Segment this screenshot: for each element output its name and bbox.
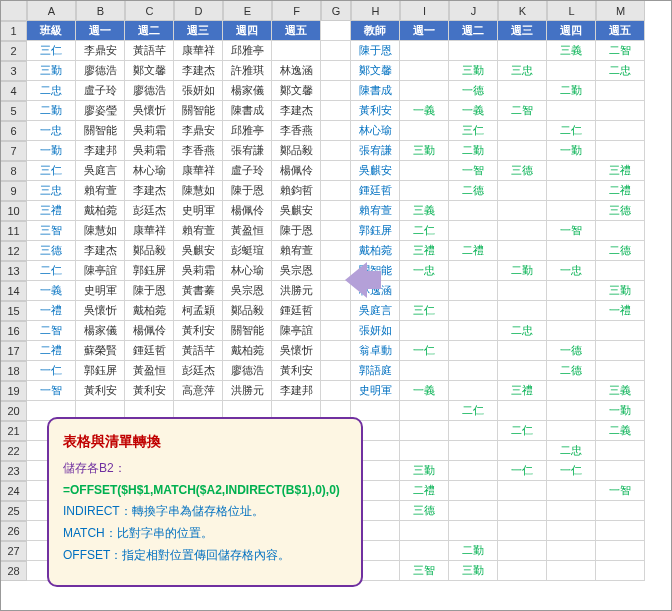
gap-15[interactable] [321, 301, 351, 321]
left-cell-r11-c4[interactable]: 黃盈恒 [223, 221, 272, 241]
right-cell-r2-c3[interactable] [498, 41, 547, 61]
left-cell-r3-c5[interactable]: 林逸涵 [272, 61, 321, 81]
left-cell-r11-c2[interactable]: 康華祥 [125, 221, 174, 241]
gap-7[interactable] [321, 141, 351, 161]
right-cell-r8-c2[interactable]: 一智 [449, 161, 498, 181]
right-cell-r7-c4[interactable]: 一勤 [547, 141, 596, 161]
left-cell-r5-c4[interactable]: 陳書成 [223, 101, 272, 121]
right-cell-r10-c1[interactable]: 三義 [400, 201, 449, 221]
right-cell-r15-c3[interactable] [498, 301, 547, 321]
right-cell-r28-c3[interactable] [498, 561, 547, 581]
left-cell-r19-c4[interactable]: 洪勝元 [223, 381, 272, 401]
left-cell-r5-c3[interactable]: 關智能 [174, 101, 223, 121]
right-cell-r22-c4[interactable]: 二忠 [547, 441, 596, 461]
right-cell-r12-c4[interactable] [547, 241, 596, 261]
left-cell-r2-c2[interactable]: 黃語芊 [125, 41, 174, 61]
right-cell-r14-c2[interactable] [449, 281, 498, 301]
right-cell-r2-c5[interactable]: 二智 [596, 41, 645, 61]
left-cell-r8-c5[interactable]: 楊佩伶 [272, 161, 321, 181]
right-cell-r22-c3[interactable] [498, 441, 547, 461]
col-header-J[interactable]: J [449, 1, 498, 21]
right-cell-r27-c2[interactable]: 二勤 [449, 541, 498, 561]
right-cell-r6-c1[interactable] [400, 121, 449, 141]
left-cell-r18-c2[interactable]: 黃盈恒 [125, 361, 174, 381]
right-header-2[interactable]: 週二 [449, 21, 498, 41]
right-cell-r15-c4[interactable] [547, 301, 596, 321]
left-cell-r12-c5[interactable]: 賴宥萱 [272, 241, 321, 261]
right-cell-r4-c4[interactable]: 二勤 [547, 81, 596, 101]
left-cell-r4-c0[interactable]: 二忠 [27, 81, 76, 101]
left-cell-r7-c3[interactable]: 李香燕 [174, 141, 223, 161]
left-cell-r2-c1[interactable]: 李鼎安 [76, 41, 125, 61]
left-cell-r16-c2[interactable]: 楊佩伶 [125, 321, 174, 341]
row-header-25[interactable]: 25 [1, 501, 27, 521]
right-cell-r5-c5[interactable] [596, 101, 645, 121]
right-cell-r4-c5[interactable] [596, 81, 645, 101]
left-cell-r17-c0[interactable]: 二禮 [27, 341, 76, 361]
right-cell-r17-c3[interactable] [498, 341, 547, 361]
gap-11[interactable] [321, 221, 351, 241]
right-cell-r25-c4[interactable] [547, 501, 596, 521]
right-cell-r24-c3[interactable] [498, 481, 547, 501]
gap-17[interactable] [321, 341, 351, 361]
row-header-22[interactable]: 22 [1, 441, 27, 461]
col-header-H[interactable]: H [351, 1, 400, 21]
left-cell-r17-c1[interactable]: 蘇榮賢 [76, 341, 125, 361]
right-cell-r25-c3[interactable] [498, 501, 547, 521]
right-cell-r15-c2[interactable] [449, 301, 498, 321]
right-cell-r5-c4[interactable] [547, 101, 596, 121]
right-cell-r28-c5[interactable] [596, 561, 645, 581]
row-header-6[interactable]: 6 [1, 121, 27, 141]
right-header-1[interactable]: 週一 [400, 21, 449, 41]
right-cell-r6-c2[interactable]: 三仁 [449, 121, 498, 141]
row-header-2[interactable]: 2 [1, 41, 27, 61]
right-cell-r23-c3[interactable]: 一仁 [498, 461, 547, 481]
right-cell-r3-c5[interactable]: 二忠 [596, 61, 645, 81]
row-header-3[interactable]: 3 [1, 61, 27, 81]
right-cell-r3-c1[interactable] [400, 61, 449, 81]
left-cell-r12-c3[interactable]: 吳麒安 [174, 241, 223, 261]
row-header-5[interactable]: 5 [1, 101, 27, 121]
col-header-M[interactable]: M [596, 1, 645, 21]
right-cell-r25-c1[interactable]: 三德 [400, 501, 449, 521]
right-cell-r8-c0[interactable]: 吳麒安 [351, 161, 400, 181]
left-cell-r4-c4[interactable]: 楊家儀 [223, 81, 272, 101]
right-cell-r21-c4[interactable] [547, 421, 596, 441]
right-header-4[interactable]: 週四 [547, 21, 596, 41]
left-cell-r13-c4[interactable]: 林心瑜 [223, 261, 272, 281]
right-cell-r6-c0[interactable]: 林心瑜 [351, 121, 400, 141]
row-header-21[interactable]: 21 [1, 421, 27, 441]
left-cell-r10-c5[interactable]: 吳麒安 [272, 201, 321, 221]
right-header-5[interactable]: 週五 [596, 21, 645, 41]
left-cell-r9-c2[interactable]: 李建杰 [125, 181, 174, 201]
right-cell-r13-c5[interactable] [596, 261, 645, 281]
right-cell-r9-c1[interactable] [400, 181, 449, 201]
left-cell-r17-c2[interactable]: 鍾廷哲 [125, 341, 174, 361]
right-cell-r14-c3[interactable] [498, 281, 547, 301]
right-cell-r6-c5[interactable] [596, 121, 645, 141]
right-cell-r17-c4[interactable]: 一德 [547, 341, 596, 361]
right-header-3[interactable]: 週三 [498, 21, 547, 41]
right-cell-r2-c0[interactable]: 陳于恩 [351, 41, 400, 61]
right-cell-r20-c1[interactable] [400, 401, 449, 421]
row-header-24[interactable]: 24 [1, 481, 27, 501]
right-cell-r23-c4[interactable]: 一仁 [547, 461, 596, 481]
left-cell-r4-c2[interactable]: 廖德浩 [125, 81, 174, 101]
right-cell-r9-c2[interactable]: 二德 [449, 181, 498, 201]
right-cell-r16-c4[interactable] [547, 321, 596, 341]
right-cell-r4-c1[interactable] [400, 81, 449, 101]
left-cell-r14-c2[interactable]: 陳于恩 [125, 281, 174, 301]
right-cell-r6-c3[interactable] [498, 121, 547, 141]
right-cell-r9-c3[interactable] [498, 181, 547, 201]
right-cell-r26-c3[interactable] [498, 521, 547, 541]
right-cell-r8-c1[interactable] [400, 161, 449, 181]
right-cell-r12-c0[interactable]: 戴柏菀 [351, 241, 400, 261]
left-cell-r11-c3[interactable]: 賴宥萱 [174, 221, 223, 241]
right-cell-r19-c2[interactable] [449, 381, 498, 401]
row-header-15[interactable]: 15 [1, 301, 27, 321]
left-cell-r4-c5[interactable]: 鄭文馨 [272, 81, 321, 101]
gap-6[interactable] [321, 121, 351, 141]
gap-2[interactable] [321, 41, 351, 61]
right-cell-r28-c4[interactable] [547, 561, 596, 581]
right-cell-r8-c4[interactable] [547, 161, 596, 181]
